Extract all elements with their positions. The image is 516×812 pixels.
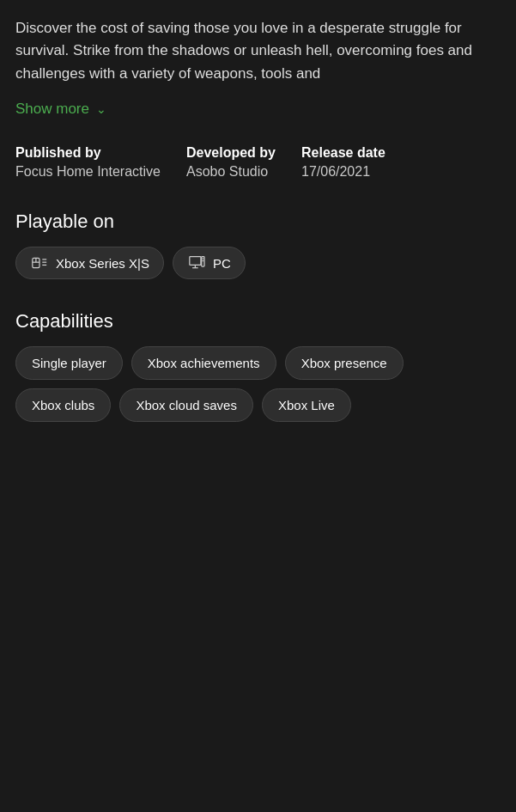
show-more-label: Show more bbox=[15, 101, 89, 118]
developed-by-item: Developed by Asobo Studio bbox=[186, 145, 276, 180]
published-by-item: Published by Focus Home Interactive bbox=[15, 145, 161, 180]
capability-tag-xbox-clubs[interactable]: Xbox clubs bbox=[15, 388, 111, 422]
platform-tags-container: Xbox Series X|S PC bbox=[15, 247, 501, 279]
capability-tag-xbox-achievements-label: Xbox achievements bbox=[148, 356, 260, 370]
release-date-item: Release date 17/06/2021 bbox=[301, 145, 385, 180]
published-by-label: Published by bbox=[15, 145, 161, 161]
release-date-label: Release date bbox=[301, 145, 385, 161]
capability-tag-xbox-cloud-saves[interactable]: Xbox cloud saves bbox=[119, 388, 253, 422]
developed-by-label: Developed by bbox=[186, 145, 276, 161]
capabilities-section: Capabilities Single playerXbox achieveme… bbox=[15, 310, 501, 422]
platform-tag-xbox-series[interactable]: Xbox Series X|S bbox=[15, 247, 164, 279]
capability-tag-single-player-label: Single player bbox=[32, 356, 106, 370]
chevron-down-icon: ⌄ bbox=[96, 102, 106, 116]
capability-tag-xbox-presence-label: Xbox presence bbox=[301, 356, 387, 370]
developed-by-value: Asobo Studio bbox=[186, 164, 276, 180]
playable-on-section: Playable on Xbox Series X|S bbox=[15, 211, 501, 279]
capability-tag-xbox-cloud-saves-label: Xbox cloud saves bbox=[136, 398, 237, 412]
capability-tag-xbox-presence[interactable]: Xbox presence bbox=[285, 346, 404, 380]
meta-section: Published by Focus Home Interactive Deve… bbox=[15, 145, 501, 180]
release-date-value: 17/06/2021 bbox=[301, 164, 385, 180]
capability-tag-single-player[interactable]: Single player bbox=[15, 346, 123, 380]
capability-tag-xbox-live-label: Xbox Live bbox=[278, 398, 335, 412]
svg-rect-6 bbox=[190, 257, 201, 266]
platform-tag-pc-label: PC bbox=[213, 256, 231, 271]
published-by-value: Focus Home Interactive bbox=[15, 164, 161, 180]
platform-tag-xbox-series-label: Xbox Series X|S bbox=[56, 256, 149, 271]
console-icon bbox=[30, 255, 49, 271]
playable-on-title: Playable on bbox=[15, 211, 501, 233]
capability-tag-xbox-achievements[interactable]: Xbox achievements bbox=[131, 346, 276, 380]
capability-tag-xbox-clubs-label: Xbox clubs bbox=[32, 398, 94, 412]
show-more-button[interactable]: Show more ⌄ bbox=[15, 101, 106, 118]
capability-tag-xbox-live[interactable]: Xbox Live bbox=[262, 388, 351, 422]
platform-tag-pc[interactable]: PC bbox=[173, 247, 246, 279]
capabilities-title: Capabilities bbox=[15, 310, 501, 333]
description-text: Discover the cost of saving those you lo… bbox=[15, 17, 501, 85]
svg-rect-9 bbox=[202, 257, 204, 266]
capability-tags-container: Single playerXbox achievementsXbox prese… bbox=[15, 346, 501, 422]
monitor-icon bbox=[187, 255, 206, 271]
